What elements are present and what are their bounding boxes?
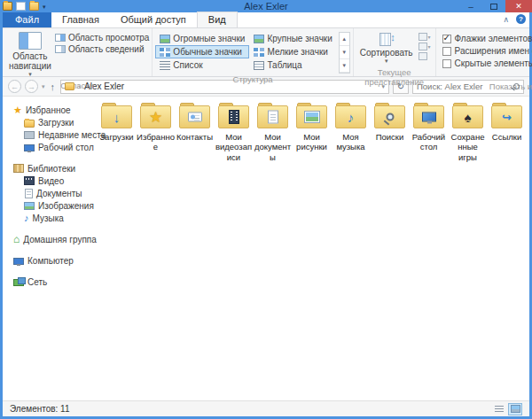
sidebar-item-libraries[interactable]: Библиотеки [3,162,87,175]
extra-large-icons-icon [160,35,170,43]
help-icon[interactable]: ? [516,14,526,24]
minimize-ribbon-icon[interactable]: ∧ [503,15,509,24]
qat-new-folder-icon[interactable] [29,2,39,11]
documents-folder-icon [257,105,288,128]
gallery-expand-icon[interactable]: ▼ [340,59,349,73]
gallery-scroll-down-icon[interactable]: ▼ [340,46,349,59]
folder-item-downloads[interactable]: ↓ Загрузки [98,105,136,162]
folder-item-saved-games[interactable]: ♠ Сохраненные игры [449,105,487,162]
minimize-button[interactable]: – [459,0,482,12]
view-label: Огромные значки [173,34,245,43]
view-details[interactable]: Таблица [249,58,336,72]
tab-home[interactable]: Главная [51,12,110,27]
saved-games-folder-icon: ♠ [452,105,483,128]
list-view-icon [160,61,170,70]
sidebar-label: Документы [36,189,82,198]
sort-by-label: Сортировать [360,48,413,58]
checkbox-icon[interactable] [442,59,451,68]
sidebar-label: Избранное [26,105,71,115]
status-thumbnail-view-button[interactable] [508,403,522,415]
view-large-icons[interactable]: Крупные значки [249,32,336,45]
navigation-pane-button[interactable]: Область навигации ▾ [5,30,55,80]
recent-places-icon [24,131,35,139]
folder-item-documents[interactable]: Мои документы [254,105,292,162]
view-extra-large-icons[interactable]: Огромные значки [155,32,249,45]
sidebar-item-desktop[interactable]: Рабочий стол [3,141,87,153]
sidebar-item-documents[interactable]: Документы [3,187,87,199]
music-folder-icon: ♪ [335,105,366,128]
large-icons-icon [254,35,264,43]
checkbox-icon[interactable] [442,47,451,56]
view-label: Список [173,60,202,70]
hidden-items-option[interactable]: Скрытые элементы [442,58,532,68]
sidebar-item-pictures[interactable]: Изображения [3,199,87,212]
caption-buttons: – ✕ [459,0,532,12]
view-medium-icons[interactable]: Обычные значки [155,45,249,58]
sort-by-icon [379,32,394,46]
gallery-scroll-up-icon[interactable]: ▲ [340,33,349,46]
preview-pane-label: Область просмотра [68,33,149,43]
folder-item-music[interactable]: ♪ Моя музыка [332,105,370,162]
titlebar: ▾ Alex Exler – ✕ [0,0,532,12]
sidebar-item-music[interactable]: ♪ Музыка [3,212,87,224]
group-by-button[interactable]: ▾ [419,33,431,41]
group-label-panes: Области [5,80,149,92]
homegroup-icon: ⌂ [13,235,20,244]
item-checkboxes-option[interactable]: Флажки элементов [442,34,532,43]
folder-item-contacts[interactable]: Контакты [176,105,214,162]
down-arrow-icon: ↓ [113,111,121,124]
sidebar-item-videos[interactable]: Видео [3,175,87,187]
folder-label: Мои рисунки [293,132,331,152]
gallery-scrollbar: ▲ ▼ ▼ [339,32,350,74]
monitor-icon [422,113,436,122]
close-button[interactable]: ✕ [505,0,532,12]
folder-item-videos[interactable]: Мои видеозаписи [215,105,253,162]
sidebar-item-homegroup[interactable]: ⌂ Домашняя группа [3,233,87,245]
tab-view[interactable]: Вид [197,12,238,27]
folder-item-favorites[interactable]: ★ Избранное [137,105,175,162]
tab-share[interactable]: Общий доступ [110,12,197,27]
sort-by-button[interactable]: Сортировать ▾ [356,30,417,66]
qat-customize-chevron-icon[interactable]: ▾ [43,4,46,10]
sidebar-item-downloads[interactable]: Загрузки [3,116,87,128]
checkbox-checked-icon[interactable] [442,35,451,43]
sidebar-label: Изображения [38,201,94,211]
folder-label: Загрузки [99,132,133,142]
details-pane-button[interactable]: Область сведений [55,44,149,54]
sidebar-item-computer[interactable]: Компьютер [3,254,87,267]
tab-file[interactable]: Файл [3,12,51,27]
videos-folder-icon [218,105,249,128]
folder-item-links[interactable]: ↪ Ссылки [488,105,526,162]
folder-label: Избранное [137,132,175,152]
search-icon[interactable] [513,83,520,89]
view-small-icons[interactable]: Мелкие значки [249,45,336,58]
spade-icon: ♠ [465,111,472,124]
status-list-view-button[interactable] [492,403,506,415]
sidebar-label: Рабочий стол [38,143,94,152]
contacts-folder-icon [179,105,210,128]
videos-icon [24,176,35,185]
picture-icon [305,112,319,122]
view-list[interactable]: Список [155,58,249,72]
sidebar-item-recent-places[interactable]: Недавние места [3,128,87,141]
view-label: Крупные значки [267,34,332,43]
music-note-icon: ♪ [348,111,355,124]
add-columns-button[interactable]: ▾ [419,43,431,50]
file-extensions-option[interactable]: Расширения имен файлов [442,46,532,56]
size-columns-button[interactable] [419,52,431,60]
sidebar-item-favorites[interactable]: ★ Избранное [3,104,87,116]
folder-item-pictures[interactable]: Мои рисунки [293,105,331,162]
sidebar-item-network[interactable]: Сеть [3,275,87,288]
size-columns-icon [419,52,427,60]
maximize-button[interactable] [482,0,505,12]
ribbon-view-tab: Область навигации ▾ Область просмотра Об… [3,28,529,77]
sidebar-label: Сеть [27,277,47,287]
desktop-folder-icon [413,105,444,128]
shortcut-arrow-icon: ↪ [502,112,512,123]
qat-properties-icon[interactable] [16,2,26,11]
folder-item-searches[interactable]: Поиски [371,105,409,162]
sidebar-label: Видео [38,176,64,186]
preview-pane-button[interactable]: Область просмотра [55,33,149,43]
preview-pane-icon [55,34,66,42]
folder-item-desktop[interactable]: Рабочий стол [410,105,448,162]
